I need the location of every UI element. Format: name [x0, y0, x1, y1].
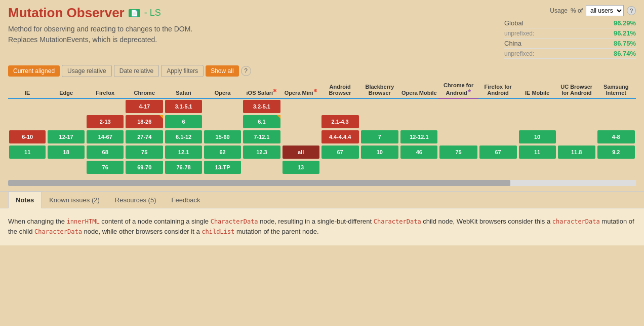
browser-version-cell[interactable]: all	[283, 146, 319, 159]
tab-notes[interactable]: Notes	[8, 192, 42, 208]
table-cell	[320, 160, 360, 175]
table-cell: 4.4-4.4.4	[320, 129, 360, 144]
usage-label: Usage	[550, 7, 568, 14]
browser-version-cell[interactable]: 76	[87, 161, 124, 174]
table-cell: 11	[8, 144, 47, 160]
browser-version-cell[interactable]: 6.1-12	[165, 130, 202, 143]
browser-version-cell[interactable]: 18	[48, 146, 85, 159]
browser-version-cell[interactable]: 2-13	[87, 115, 124, 128]
table-cell	[320, 98, 360, 114]
usage-relative-btn[interactable]: Usage relative	[62, 65, 112, 77]
browser-version-cell[interactable]: 62	[204, 146, 241, 159]
browser-version-cell[interactable]: 3.1-5.1	[165, 100, 202, 113]
table-row: 7669-7076-7813-TP 13	[8, 160, 636, 175]
date-relative-btn[interactable]: Date relative	[114, 65, 159, 77]
table-cell	[438, 129, 478, 144]
browser-version-cell[interactable]: 67	[321, 146, 359, 159]
table-cell: 2.1-4.3	[320, 114, 360, 129]
table-cell: 6-10	[8, 129, 47, 144]
browser-version-cell[interactable]: 4-8	[597, 130, 635, 143]
browser-version-cell[interactable]: 13-TP	[204, 161, 241, 174]
table-cell	[557, 114, 596, 129]
table-row: 4-173.1-5.1 3.2-5.1	[8, 98, 636, 114]
browser-version-cell[interactable]: 75	[439, 146, 477, 159]
browser-version-cell[interactable]: 12-12.1	[400, 130, 437, 143]
table-cell: 7-12.1	[242, 129, 281, 144]
table-cell: 76-78	[164, 160, 203, 175]
table-cell	[596, 160, 636, 175]
scrollbar-thumb	[8, 180, 510, 186]
apply-filters-btn[interactable]: Apply filters	[161, 65, 204, 77]
tab-feedback[interactable]: Feedback	[164, 192, 208, 208]
table-cell	[596, 98, 636, 114]
browser-version-cell[interactable]: 11	[9, 146, 46, 159]
browser-version-cell[interactable]: 75	[126, 146, 163, 159]
table-cell: 13-TP	[203, 160, 242, 175]
table-cell: 6	[164, 114, 203, 129]
table-cell	[86, 98, 125, 114]
table-cell	[557, 160, 596, 175]
table-cell	[47, 98, 86, 114]
toolbar-help-btn[interactable]: ?	[241, 66, 251, 76]
browser-version-cell[interactable]: 14-67	[87, 130, 124, 143]
table-cell	[360, 160, 400, 175]
browser-version-cell[interactable]: 27-74	[126, 130, 163, 143]
th-ios-safari: iOS Safari✱	[242, 80, 281, 98]
table-cell: 75	[438, 144, 478, 160]
browser-version-cell[interactable]: 18-26	[126, 115, 163, 128]
browser-version-cell[interactable]: 6	[165, 115, 202, 128]
percent-of-label: % of	[571, 7, 583, 14]
browser-version-cell[interactable]: 13	[283, 161, 319, 174]
th-chrome-android: Chrome for Android★	[438, 80, 478, 98]
browser-version-cell[interactable]: 2.1-4.3	[321, 115, 359, 128]
table-cell: 4-17	[125, 98, 164, 114]
browser-version-cell[interactable]: 10	[519, 130, 556, 143]
browser-version-cell[interactable]: 10	[361, 146, 399, 159]
user-select[interactable]: all users	[586, 5, 624, 16]
table-cell	[478, 98, 518, 114]
table-cell	[518, 160, 557, 175]
table-cell	[478, 129, 518, 144]
table-cell	[203, 114, 242, 129]
browser-version-cell[interactable]: 11.8	[558, 146, 595, 159]
table-cell: 10	[360, 144, 400, 160]
table-cell	[242, 160, 281, 175]
show-all-btn[interactable]: Show all	[206, 65, 238, 77]
th-firefox-android: Firefox for Android	[478, 80, 518, 98]
table-cell	[438, 114, 478, 129]
browser-version-cell[interactable]: 15-60	[204, 130, 241, 143]
table-cell: 67	[478, 144, 518, 160]
browser-version-cell[interactable]: 12-17	[48, 130, 85, 143]
browser-version-cell[interactable]: 11	[519, 146, 556, 159]
tab-resources[interactable]: Resources (5)	[107, 192, 164, 208]
toolbar: Current aligned Usage relative Date rela…	[0, 62, 644, 80]
browser-version-cell[interactable]: 7	[361, 130, 399, 143]
browser-version-cell[interactable]: 4-17	[126, 100, 163, 113]
browser-version-cell[interactable]: 76-78	[165, 161, 202, 174]
browser-version-cell[interactable]: 69-70	[126, 161, 163, 174]
doc-icon: 📄	[129, 9, 140, 17]
table-cell	[281, 98, 320, 114]
browser-version-cell[interactable]: 7-12.1	[243, 130, 280, 143]
browser-version-cell[interactable]: 3.2-5.1	[243, 100, 280, 113]
current-aligned-btn[interactable]: Current aligned	[8, 65, 60, 77]
table-cell	[399, 114, 438, 129]
browser-version-cell[interactable]: 67	[479, 146, 517, 159]
browser-version-cell[interactable]: 12.3	[243, 146, 280, 159]
browser-version-cell[interactable]: 68	[87, 146, 124, 159]
table-cell: 18	[47, 144, 86, 160]
horizontal-scrollbar[interactable]	[8, 180, 636, 186]
table-cell	[281, 129, 320, 144]
table-cell	[8, 114, 47, 129]
browser-version-cell[interactable]: 12.1	[165, 146, 202, 159]
th-safari: Safari	[164, 80, 203, 98]
browser-version-cell[interactable]: 9.2	[597, 146, 635, 159]
th-edge: Edge	[47, 80, 86, 98]
browser-version-cell[interactable]: 6.1	[243, 115, 280, 128]
browser-version-cell[interactable]: 46	[400, 146, 437, 159]
tab-known-issues[interactable]: Known issues (2)	[42, 192, 107, 208]
stats-help-btn[interactable]: ?	[627, 6, 636, 15]
browser-version-cell[interactable]: 4.4-4.4.4	[321, 130, 359, 143]
browser-version-cell[interactable]: 6-10	[9, 130, 46, 143]
th-opera-mini: Opera Mini✱	[281, 80, 320, 98]
